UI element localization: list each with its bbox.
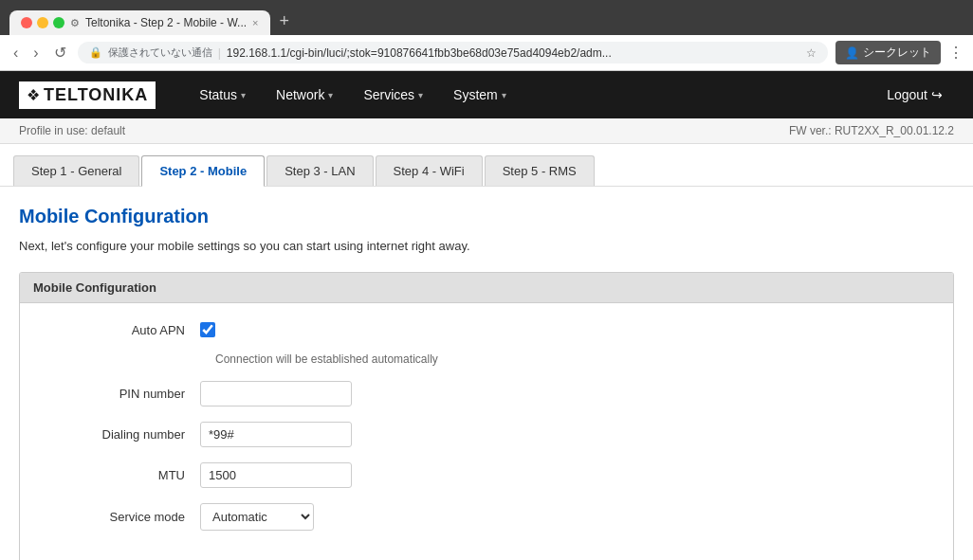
bookmark-icon[interactable]: ☆	[806, 46, 817, 60]
tab-close-button[interactable]: ×	[252, 17, 258, 28]
pin-number-row: PIN number	[48, 381, 925, 406]
browser-tab[interactable]: ⚙ Teltonika - Step 2 - Mobile - W... ×	[9, 10, 270, 35]
new-tab-button[interactable]: +	[272, 8, 298, 35]
security-label: 保護されていない通信	[108, 45, 212, 60]
refresh-button[interactable]: ↺	[50, 42, 70, 63]
chevron-down-icon: ▾	[502, 90, 506, 100]
tab-step2[interactable]: Step 2 - Mobile	[141, 155, 265, 187]
service-mode-row: Service mode Automatic 2G only 3G only 4…	[48, 503, 925, 531]
minimize-dot[interactable]	[37, 17, 48, 28]
mtu-label: MTU	[48, 468, 200, 482]
forward-button[interactable]: ›	[29, 43, 42, 63]
logout-icon: ↪	[931, 87, 943, 102]
tab-step4[interactable]: Step 4 - WiFi	[376, 155, 483, 186]
config-section-header: Mobile Configuration	[20, 273, 953, 303]
incognito-label: シークレット	[863, 45, 931, 61]
close-dot[interactable]	[21, 17, 32, 28]
dialing-number-row: Dialing number	[48, 422, 925, 447]
nav-network[interactable]: Network ▾	[261, 74, 348, 116]
chevron-down-icon: ▾	[328, 90, 333, 100]
service-mode-label: Service mode	[48, 510, 200, 524]
auto-apn-checkbox[interactable]	[200, 322, 215, 337]
tab-title: Teltonika - Step 2 - Mobile - W...	[85, 16, 247, 29]
maximize-dot[interactable]	[53, 17, 64, 28]
tab-step5[interactable]: Step 5 - RMS	[485, 155, 595, 186]
dialing-input[interactable]	[200, 422, 352, 447]
incognito-icon: 👤	[845, 46, 859, 60]
pin-input[interactable]	[200, 381, 352, 406]
step-tabs: Step 1 - General Step 2 - Mobile Step 3 …	[0, 144, 973, 187]
url-text: 192.168.1.1/cgi-bin/luci/;stok=910876641…	[227, 46, 800, 60]
pin-label: PIN number	[48, 387, 200, 401]
auto-apn-hint: Connection will be established automatic…	[200, 352, 925, 366]
incognito-button[interactable]: 👤 シークレット	[835, 41, 941, 64]
tab-favicon: ⚙	[70, 17, 80, 29]
config-section: Mobile Configuration Auto APN Connection…	[19, 272, 954, 560]
tab-step1[interactable]: Step 1 - General	[13, 155, 139, 186]
auto-apn-label: Auto APN	[48, 323, 200, 337]
app-header: ❖ TELTONIKA Status ▾ Network ▾ Services …	[0, 71, 973, 118]
back-button[interactable]: ‹	[9, 43, 22, 63]
profile-text: Profile in use: default	[19, 124, 125, 137]
chevron-down-icon: ▾	[241, 90, 246, 100]
main-nav: Status ▾ Network ▾ Services ▾ System ▾	[184, 74, 875, 116]
main-content: Mobile Configuration Next, let's configu…	[0, 187, 973, 560]
logo-icon: ❖	[27, 86, 40, 104]
fw-version: FW ver.: RUT2XX_R_00.01.12.2	[789, 124, 954, 137]
tab-step3[interactable]: Step 3 - LAN	[266, 155, 373, 186]
nav-status[interactable]: Status ▾	[184, 74, 261, 116]
logout-button[interactable]: Logout ↪	[875, 80, 954, 110]
mtu-row: MTU	[48, 462, 925, 488]
browser-chrome: ⚙ Teltonika - Step 2 - Mobile - W... × +…	[0, 0, 973, 71]
config-body: Auto APN Connection will be established …	[20, 303, 953, 560]
nav-services[interactable]: Services ▾	[348, 74, 438, 116]
dialing-label: Dialing number	[48, 427, 200, 442]
lock-icon: 🔒	[89, 46, 102, 59]
nav-system[interactable]: System ▾	[438, 74, 522, 116]
page-description: Next, let's configure your mobile settin…	[19, 239, 954, 253]
profile-bar: Profile in use: default FW ver.: RUT2XX_…	[0, 118, 973, 144]
browser-menu-button[interactable]: ⋮	[948, 44, 964, 62]
logo: ❖ TELTONIKA	[19, 81, 156, 109]
logo-text: TELTONIKA	[44, 85, 148, 105]
service-mode-select[interactable]: Automatic 2G only 3G only 4G only	[200, 503, 314, 531]
url-bar[interactable]: 🔒 保護されていない通信 | 192.168.1.1/cgi-bin/luci/…	[78, 42, 828, 63]
chevron-down-icon: ▾	[418, 90, 423, 100]
address-bar: ‹ › ↺ 🔒 保護されていない通信 | 192.168.1.1/cgi-bin…	[0, 35, 973, 71]
logout-label: Logout	[887, 87, 927, 102]
auto-apn-row: Auto APN	[48, 322, 925, 337]
window-controls	[21, 17, 64, 28]
page-title: Mobile Configuration	[19, 206, 954, 227]
mtu-input[interactable]	[200, 462, 352, 488]
